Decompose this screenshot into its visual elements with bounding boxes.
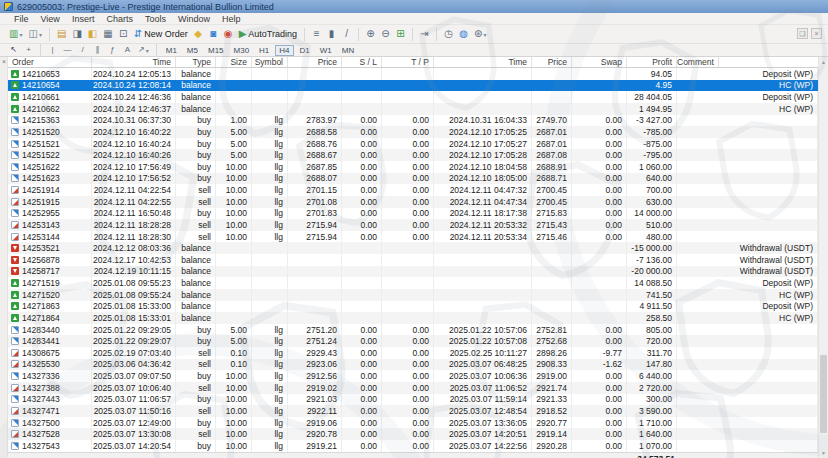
timeframe-w1[interactable]: W1: [316, 45, 336, 56]
chart-shift-button[interactable]: ⇥: [417, 27, 432, 42]
table-row[interactable]: 143086752025.02.19 07:03:40sell0.10llg29…: [8, 347, 818, 359]
column-header-sl[interactable]: S / L: [342, 57, 382, 67]
table-row[interactable]: 142516222024.12.10 17:56:49buy10.00llg26…: [8, 161, 818, 173]
table-row[interactable]: 143273362025.03.07 09:07:50buy10.00llg29…: [8, 370, 818, 382]
crosshair-tool-button[interactable]: +: [21, 45, 36, 56]
timeframe-h1[interactable]: H1: [255, 45, 273, 56]
table-row[interactable]: 142519142024.12.11 04:22:54sell10.00llg2…: [8, 184, 818, 196]
record-button[interactable]: ◉: [221, 27, 236, 42]
arrows-tool-button[interactable]: ↗▾: [135, 45, 152, 56]
table-row[interactable]: 142515212024.12.10 16:40:24buy5.00llg268…: [8, 138, 818, 150]
table-row[interactable]: 142718632025.01.08 15:33:00balance4 911.…: [8, 301, 818, 313]
text-tool-button[interactable]: A: [120, 45, 135, 56]
table-row[interactable]: 142106542024.10.24 12:08:14balance4.95HC…: [8, 80, 818, 92]
table-row[interactable]: 142587172024.12.19 10:11:15balance-20 00…: [8, 266, 818, 278]
column-header-profit[interactable]: Profit: [627, 57, 677, 67]
column-header-swap[interactable]: Swap: [572, 57, 627, 67]
channel-tool-button[interactable]: ∥: [90, 45, 105, 56]
menu-window[interactable]: Window: [172, 14, 216, 24]
metaeditor-button[interactable]: ◆: [191, 27, 206, 42]
vertical-scrollbar[interactable]: ▲ ▼: [818, 57, 828, 458]
new-chart-button[interactable]: ▥▾: [6, 27, 25, 42]
column-header-price[interactable]: Price: [288, 57, 342, 67]
navigator-button[interactable]: ◧: [85, 27, 100, 42]
terminal-button[interactable]: ▦: [100, 27, 115, 42]
period-button[interactable]: ◷: [441, 27, 456, 42]
timeframe-m30[interactable]: M30: [230, 45, 254, 56]
column-header-time[interactable]: Time: [92, 57, 176, 67]
column-header-ctime[interactable]: Time: [434, 57, 532, 67]
table-row[interactable]: 142531442024.12.11 18:28:30sell10.00llg2…: [8, 231, 818, 243]
column-header-tp[interactable]: T / P: [382, 57, 434, 67]
table-row[interactable]: 142568782024.12.17 10:42:53balance-7 136…: [8, 254, 818, 266]
chevron-down-icon[interactable]: ▾: [146, 47, 149, 54]
table-row[interactable]: 142715192025.01.08 09:55:23balance14 088…: [8, 277, 818, 289]
vertical-line-tool-button[interactable]: |: [45, 45, 60, 56]
column-header-order[interactable]: Order: [8, 57, 92, 67]
menu-view[interactable]: View: [35, 14, 66, 24]
table-row[interactable]: 142516232024.12.10 17:56:52buy10.00llg26…: [8, 173, 818, 185]
bar-chart-button[interactable]: ≡: [309, 27, 324, 42]
table-row[interactable]: 143255302025.03.06 04:36:42sell0.10llg29…: [8, 359, 818, 371]
new-order-button[interactable]: ⇵New Order: [131, 27, 191, 42]
cursor-tool-button[interactable]: ↖: [6, 45, 21, 56]
profiles-button[interactable]: ◫▾: [25, 27, 44, 42]
table-row[interactable]: 143275432025.03.07 14:20:54buy10.00llg29…: [8, 440, 818, 452]
table-row[interactable]: 143275002025.03.07 12:49:00buy10.00llg29…: [8, 417, 818, 429]
timeframe-h4[interactable]: H4: [275, 45, 293, 56]
community-button[interactable]: ◙: [206, 27, 221, 42]
data-window-button[interactable]: ◨: [69, 27, 84, 42]
info-button[interactable]: ◍: [456, 27, 471, 42]
table-row[interactable]: 143274712025.03.07 11:50:16sell10.00llg2…: [8, 405, 818, 417]
horizontal-line-tool-button[interactable]: —: [60, 45, 75, 56]
menu-tools[interactable]: Tools: [139, 14, 172, 24]
chevron-down-icon[interactable]: ▾: [483, 31, 486, 38]
table-row[interactable]: 142535212024.12.12 08:03:36balance-15 00…: [8, 242, 818, 254]
column-header-comment[interactable]: Comment: [677, 57, 719, 67]
trendline-tool-button[interactable]: /: [75, 45, 90, 56]
table-row[interactable]: 142529552024.12.11 16:50:48buy10.00llg27…: [8, 208, 818, 220]
dock-restore-button[interactable]: ❏: [797, 28, 808, 39]
scrollbar-thumb[interactable]: [820, 355, 827, 433]
zoom-in-button[interactable]: ⊕: [363, 27, 378, 42]
timeframe-mn[interactable]: MN: [338, 45, 358, 56]
table-row[interactable]: 142106612024.10.24 12:46:36balance28 404…: [8, 91, 818, 103]
timeframe-m5[interactable]: M5: [183, 45, 202, 56]
chevron-down-icon[interactable]: ▾: [19, 31, 22, 38]
candlestick-button[interactable]: ▮: [324, 27, 339, 42]
panel-close-icon[interactable]: ×: [0, 57, 8, 66]
column-header-type[interactable]: Type: [176, 57, 216, 67]
table-row[interactable]: 142106532024.10.24 12:05:13balance94.05D…: [8, 68, 818, 80]
menu-charts[interactable]: Charts: [100, 14, 139, 24]
timeframe-m15[interactable]: M15: [204, 45, 228, 56]
column-header-cprice[interactable]: Price: [532, 57, 572, 67]
scroll-up-icon[interactable]: ▲: [819, 57, 828, 67]
table-row[interactable]: 143274432025.03.07 11:06:57buy10.00llg29…: [8, 394, 818, 406]
zoom-out-button[interactable]: ⊖: [378, 27, 393, 42]
menu-file[interactable]: File: [8, 14, 35, 24]
line-chart-button[interactable]: /: [339, 27, 354, 42]
table-row[interactable]: 142834402025.01.22 09:29:05buy5.00llg275…: [8, 324, 818, 336]
menu-help[interactable]: Help: [216, 14, 247, 24]
column-header-symbol[interactable]: Symbol: [252, 57, 288, 67]
chevron-down-icon[interactable]: ▾: [39, 31, 42, 38]
dock-close-button[interactable]: ×: [811, 28, 822, 39]
table-row[interactable]: 142515222024.12.10 16:40:26buy5.00llg268…: [8, 149, 818, 161]
table-row[interactable]: 143275282025.03.07 13:30:08sell10.00llg2…: [8, 428, 818, 440]
settings-button[interactable]: ⊛▾: [471, 27, 489, 42]
table-row[interactable]: 142718642025.01.08 15:33:01balance258.50…: [8, 312, 818, 324]
column-header-size[interactable]: Size: [216, 57, 252, 67]
scroll-down-icon[interactable]: ▼: [819, 448, 828, 458]
tile-windows-button[interactable]: ⊞: [393, 27, 408, 42]
timeframe-m1[interactable]: M1: [162, 45, 181, 56]
table-row[interactable]: 142153632024.10.31 06:37:30buy1.00llg278…: [8, 115, 818, 127]
fibonacci-tool-button[interactable]: ƒ: [105, 45, 120, 56]
table-row[interactable]: 142515202024.12.10 16:40:22buy5.00llg268…: [8, 126, 818, 138]
autotrading-button[interactable]: ▶AutoTrading: [236, 27, 300, 42]
table-row[interactable]: 142715202025.01.08 09:55:24balance741.50…: [8, 289, 818, 301]
market-watch-button[interactable]: ▤: [54, 27, 69, 42]
timeframe-d1[interactable]: D1: [296, 45, 314, 56]
table-row[interactable]: 143273882025.03.07 10:06:40sell10.00llg2…: [8, 382, 818, 394]
table-row[interactable]: 142834412025.01.22 09:29:07buy5.00llg275…: [8, 335, 818, 347]
table-row[interactable]: 142519152024.12.11 04:22:55sell10.00llg2…: [8, 196, 818, 208]
